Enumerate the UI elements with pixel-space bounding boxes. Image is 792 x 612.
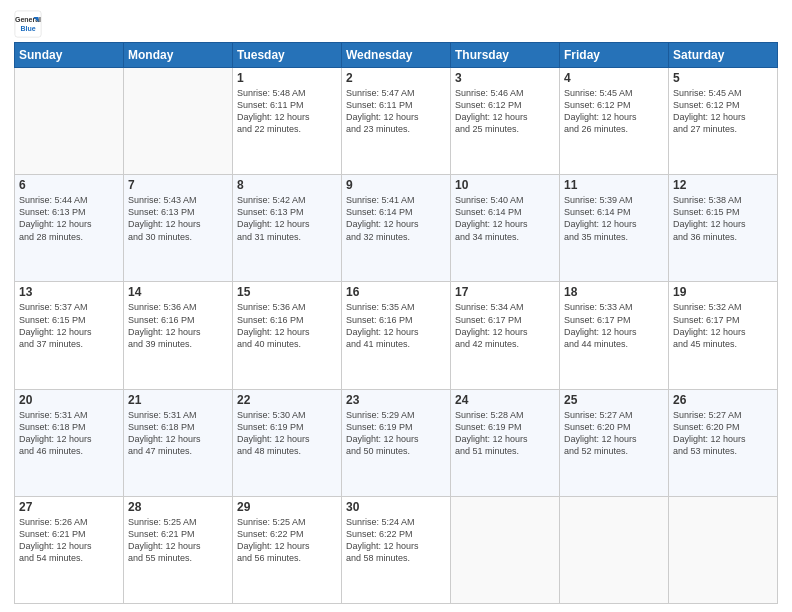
day-number: 10: [455, 178, 555, 192]
day-number: 7: [128, 178, 228, 192]
day-info: Sunrise: 5:39 AM Sunset: 6:14 PM Dayligh…: [564, 194, 664, 243]
day-info: Sunrise: 5:36 AM Sunset: 6:16 PM Dayligh…: [128, 301, 228, 350]
day-info: Sunrise: 5:30 AM Sunset: 6:19 PM Dayligh…: [237, 409, 337, 458]
calendar-day-cell: 20Sunrise: 5:31 AM Sunset: 6:18 PM Dayli…: [15, 389, 124, 496]
day-number: 30: [346, 500, 446, 514]
calendar-day-cell: 11Sunrise: 5:39 AM Sunset: 6:14 PM Dayli…: [560, 175, 669, 282]
day-number: 23: [346, 393, 446, 407]
calendar-day-header: Thursday: [451, 43, 560, 68]
day-number: 6: [19, 178, 119, 192]
page: General Blue SundayMondayTuesdayWednesda…: [0, 0, 792, 612]
calendar-day-cell: 19Sunrise: 5:32 AM Sunset: 6:17 PM Dayli…: [669, 282, 778, 389]
day-info: Sunrise: 5:42 AM Sunset: 6:13 PM Dayligh…: [237, 194, 337, 243]
calendar-week-row: 20Sunrise: 5:31 AM Sunset: 6:18 PM Dayli…: [15, 389, 778, 496]
calendar-week-row: 6Sunrise: 5:44 AM Sunset: 6:13 PM Daylig…: [15, 175, 778, 282]
calendar-day-cell: [15, 68, 124, 175]
day-info: Sunrise: 5:45 AM Sunset: 6:12 PM Dayligh…: [673, 87, 773, 136]
day-number: 9: [346, 178, 446, 192]
day-number: 21: [128, 393, 228, 407]
day-info: Sunrise: 5:37 AM Sunset: 6:15 PM Dayligh…: [19, 301, 119, 350]
logo: General Blue: [14, 10, 46, 38]
day-number: 25: [564, 393, 664, 407]
calendar-day-cell: 10Sunrise: 5:40 AM Sunset: 6:14 PM Dayli…: [451, 175, 560, 282]
calendar-day-cell: 4Sunrise: 5:45 AM Sunset: 6:12 PM Daylig…: [560, 68, 669, 175]
logo-icon: General Blue: [14, 10, 42, 38]
day-info: Sunrise: 5:46 AM Sunset: 6:12 PM Dayligh…: [455, 87, 555, 136]
calendar-day-cell: 22Sunrise: 5:30 AM Sunset: 6:19 PM Dayli…: [233, 389, 342, 496]
calendar-day-cell: 27Sunrise: 5:26 AM Sunset: 6:21 PM Dayli…: [15, 496, 124, 603]
day-info: Sunrise: 5:38 AM Sunset: 6:15 PM Dayligh…: [673, 194, 773, 243]
day-info: Sunrise: 5:24 AM Sunset: 6:22 PM Dayligh…: [346, 516, 446, 565]
calendar-day-cell: 29Sunrise: 5:25 AM Sunset: 6:22 PM Dayli…: [233, 496, 342, 603]
day-info: Sunrise: 5:26 AM Sunset: 6:21 PM Dayligh…: [19, 516, 119, 565]
day-number: 8: [237, 178, 337, 192]
calendar-day-cell: 13Sunrise: 5:37 AM Sunset: 6:15 PM Dayli…: [15, 282, 124, 389]
calendar-day-cell: 24Sunrise: 5:28 AM Sunset: 6:19 PM Dayli…: [451, 389, 560, 496]
day-number: 29: [237, 500, 337, 514]
calendar-week-row: 27Sunrise: 5:26 AM Sunset: 6:21 PM Dayli…: [15, 496, 778, 603]
calendar-day-header: Sunday: [15, 43, 124, 68]
calendar-day-cell: 18Sunrise: 5:33 AM Sunset: 6:17 PM Dayli…: [560, 282, 669, 389]
day-number: 26: [673, 393, 773, 407]
day-info: Sunrise: 5:35 AM Sunset: 6:16 PM Dayligh…: [346, 301, 446, 350]
day-number: 17: [455, 285, 555, 299]
calendar-day-cell: 26Sunrise: 5:27 AM Sunset: 6:20 PM Dayli…: [669, 389, 778, 496]
calendar-table: SundayMondayTuesdayWednesdayThursdayFrid…: [14, 42, 778, 604]
calendar-week-row: 1Sunrise: 5:48 AM Sunset: 6:11 PM Daylig…: [15, 68, 778, 175]
day-number: 19: [673, 285, 773, 299]
calendar-day-cell: 21Sunrise: 5:31 AM Sunset: 6:18 PM Dayli…: [124, 389, 233, 496]
day-number: 1: [237, 71, 337, 85]
day-number: 27: [19, 500, 119, 514]
calendar-day-header: Friday: [560, 43, 669, 68]
day-number: 24: [455, 393, 555, 407]
calendar-day-cell: 16Sunrise: 5:35 AM Sunset: 6:16 PM Dayli…: [342, 282, 451, 389]
day-number: 20: [19, 393, 119, 407]
calendar-day-cell: 17Sunrise: 5:34 AM Sunset: 6:17 PM Dayli…: [451, 282, 560, 389]
day-info: Sunrise: 5:29 AM Sunset: 6:19 PM Dayligh…: [346, 409, 446, 458]
calendar-day-header: Saturday: [669, 43, 778, 68]
day-number: 11: [564, 178, 664, 192]
day-number: 28: [128, 500, 228, 514]
calendar-day-header: Wednesday: [342, 43, 451, 68]
day-number: 4: [564, 71, 664, 85]
day-info: Sunrise: 5:43 AM Sunset: 6:13 PM Dayligh…: [128, 194, 228, 243]
day-info: Sunrise: 5:27 AM Sunset: 6:20 PM Dayligh…: [564, 409, 664, 458]
day-number: 12: [673, 178, 773, 192]
day-number: 16: [346, 285, 446, 299]
calendar-day-cell: 28Sunrise: 5:25 AM Sunset: 6:21 PM Dayli…: [124, 496, 233, 603]
day-info: Sunrise: 5:25 AM Sunset: 6:21 PM Dayligh…: [128, 516, 228, 565]
day-info: Sunrise: 5:47 AM Sunset: 6:11 PM Dayligh…: [346, 87, 446, 136]
header: General Blue: [14, 10, 778, 38]
day-info: Sunrise: 5:31 AM Sunset: 6:18 PM Dayligh…: [128, 409, 228, 458]
day-info: Sunrise: 5:36 AM Sunset: 6:16 PM Dayligh…: [237, 301, 337, 350]
day-number: 2: [346, 71, 446, 85]
day-number: 14: [128, 285, 228, 299]
day-info: Sunrise: 5:48 AM Sunset: 6:11 PM Dayligh…: [237, 87, 337, 136]
calendar-day-cell: 9Sunrise: 5:41 AM Sunset: 6:14 PM Daylig…: [342, 175, 451, 282]
svg-text:Blue: Blue: [20, 25, 35, 32]
day-info: Sunrise: 5:41 AM Sunset: 6:14 PM Dayligh…: [346, 194, 446, 243]
calendar-day-cell: [124, 68, 233, 175]
calendar-day-cell: [669, 496, 778, 603]
day-number: 15: [237, 285, 337, 299]
day-info: Sunrise: 5:34 AM Sunset: 6:17 PM Dayligh…: [455, 301, 555, 350]
calendar-day-cell: 5Sunrise: 5:45 AM Sunset: 6:12 PM Daylig…: [669, 68, 778, 175]
calendar-day-cell: 6Sunrise: 5:44 AM Sunset: 6:13 PM Daylig…: [15, 175, 124, 282]
day-number: 3: [455, 71, 555, 85]
calendar-day-cell: 12Sunrise: 5:38 AM Sunset: 6:15 PM Dayli…: [669, 175, 778, 282]
svg-rect-0: [15, 11, 41, 37]
calendar-day-cell: 15Sunrise: 5:36 AM Sunset: 6:16 PM Dayli…: [233, 282, 342, 389]
calendar-day-cell: [560, 496, 669, 603]
calendar-day-cell: 23Sunrise: 5:29 AM Sunset: 6:19 PM Dayli…: [342, 389, 451, 496]
calendar-day-cell: 2Sunrise: 5:47 AM Sunset: 6:11 PM Daylig…: [342, 68, 451, 175]
day-info: Sunrise: 5:40 AM Sunset: 6:14 PM Dayligh…: [455, 194, 555, 243]
calendar-day-cell: 7Sunrise: 5:43 AM Sunset: 6:13 PM Daylig…: [124, 175, 233, 282]
day-info: Sunrise: 5:31 AM Sunset: 6:18 PM Dayligh…: [19, 409, 119, 458]
calendar-day-cell: 25Sunrise: 5:27 AM Sunset: 6:20 PM Dayli…: [560, 389, 669, 496]
calendar-day-cell: [451, 496, 560, 603]
day-number: 18: [564, 285, 664, 299]
day-info: Sunrise: 5:33 AM Sunset: 6:17 PM Dayligh…: [564, 301, 664, 350]
calendar-day-cell: 30Sunrise: 5:24 AM Sunset: 6:22 PM Dayli…: [342, 496, 451, 603]
calendar-day-header: Tuesday: [233, 43, 342, 68]
calendar-day-cell: 14Sunrise: 5:36 AM Sunset: 6:16 PM Dayli…: [124, 282, 233, 389]
